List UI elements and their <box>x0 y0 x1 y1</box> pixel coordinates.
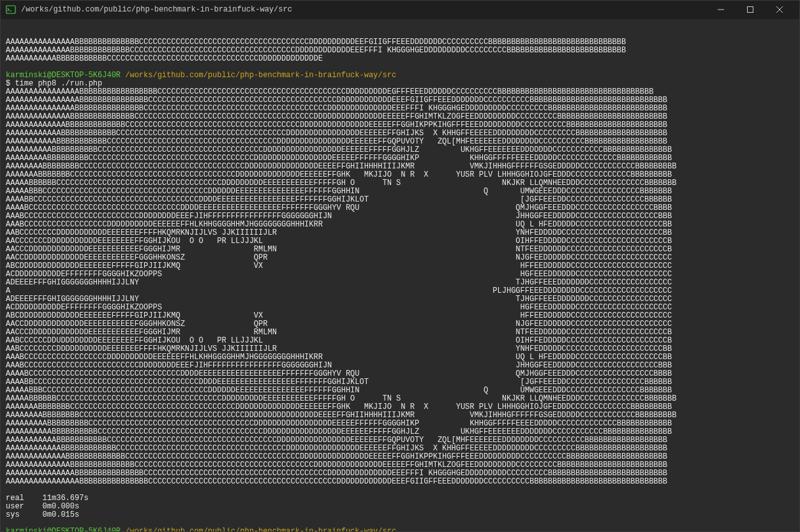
output-text: AAAABCCCCCCCCCCCCCCCCCCCCCCCCCCCCCCCCCDD… <box>6 369 672 378</box>
terminal-line: real 11m36.697s <box>6 494 794 503</box>
output-text: AAAAAAAABBBBBBBBCCCCCCCCCCCCCCCCCCCCCCCC… <box>6 411 676 420</box>
output-text: AAAAAAAAAABBBBBBBBBBCCCCCCCCCCCCCCCCCCCC… <box>6 145 672 154</box>
minimize-button[interactable] <box>706 1 736 19</box>
maximize-button[interactable] <box>736 1 765 19</box>
terminal-line: sys 0m0.015s <box>6 511 794 519</box>
output-text: AAAAABBBCCCCCCCCCCCCCCCCCCCCCCCCCCCCCCCC… <box>6 386 672 395</box>
window-controls <box>706 1 794 19</box>
output-text: AAAAAAAAAAAAAAABBBBBBBBBBBBBBBCCCCCCCCCC… <box>6 104 667 113</box>
prompt-user-host: karminski@DESKTOP-5K6J40R <box>6 527 121 531</box>
output-text: A PLJHGGFFEEEDDDDDDDDCCCCCCCCCCCCCCCCCCC… <box>6 286 672 295</box>
output-text: AAABCCCCCCCCCCCCCCCCCCDDDDDDDDDDEEEEEEFF… <box>6 220 672 229</box>
output-text: AAAAAAAAAAABBBBBBBBBBBCCCCCCCCCCCCCCCCCC… <box>6 137 667 146</box>
timing-sys-value: 0m0.015s <box>43 510 80 519</box>
output-text: AABCCCCCCCCDDDDDDDDDDDEEEEEEEFFFFHKQMRKN… <box>6 228 672 237</box>
output-text: AAAAAAAAAAABBBBBBBBBBBCCCCCCCCCCCCCCCCCC… <box>6 436 667 445</box>
prompt-path: /works/github.com/public/php-benchmark-i… <box>125 71 396 80</box>
output-text: AAABCCCCCCCCCCCCCCCCCCCCCCCCCDDDDDDDDEEE… <box>6 212 672 221</box>
output-text: AAAAAAAAAAAAABBBBBBBBBBBBBCCCCCCCCCCCCCC… <box>6 452 667 461</box>
output-text: AAAAABBBBBBCCCCCCCCCCCCCCCCCCCCCCCCCCCCC… <box>6 394 676 403</box>
output-text: AAAAAAAAABBBBBBBBBCCCCCCCCCCCCCCCCCCCCCC… <box>6 419 672 428</box>
timing-user-label: user <box>6 502 43 511</box>
terminal-line: AAAAAAAAAAAAAAAABBBBBBBBBBBBBBBCCCCCCCCC… <box>6 478 794 486</box>
terminal-icon <box>6 4 16 15</box>
prompt-user-host: karminski@DESKTOP-5K6J40R <box>6 71 121 80</box>
output-text: ACDDDDDDDDDDEFFFFFFFFGGGGHIKZOOPPS HGFEE… <box>6 303 672 312</box>
output-text: AACCDDDDDDDDDDDDDEEEEEEEEEEEFGGGHHKONSZ … <box>6 320 672 329</box>
output-text: AAAAAAAAAAAAAAAABBBBBBBBBBBBBBBBBCCCCCCC… <box>6 87 653 96</box>
output-text: ADEEEEFFFGHIGGGGGGGHHHHIJJLNY TJHGFFEEED… <box>6 278 672 287</box>
output-text: AAAAAAAAAAAAAAABBBBBBBBBBBBBBCCCCCCCCCCC… <box>6 38 626 47</box>
close-button[interactable] <box>765 1 794 19</box>
output-text: AAAAAAAAAAAABBBBBBBBBBBBCCCCCCCCCCCCCCCC… <box>6 444 667 453</box>
terminal-line: user 0m0.000s <box>6 503 794 511</box>
titlebar[interactable]: /works/github.com/public/php-benchmark-i… <box>1 1 799 19</box>
output-text: AACCCDDDDDDDDDDDDDEEEEEEEEEEEFGGGHIJMR R… <box>6 328 672 337</box>
output-text: AAAAAAAAAAAAAAABBBBBBBBBBBBBBBCCCCCCCCCC… <box>6 469 667 478</box>
terminal-line <box>6 486 794 494</box>
output-text: AAAAABBBBBBCCCCCCCCCCCCCCCCCCCCCCCCCCCCC… <box>6 179 676 188</box>
output-text: AABCCCCCCCCDDDDDDDDDDDEEEEEEEFFFFHKQMRKN… <box>6 344 672 353</box>
output-text: ABCDDDDDDDDDDDDDEEEEEEEFFFFFGIPJIIJKMQ V… <box>6 262 672 270</box>
output-text: AAAAAAABBBBBBBCCCCCCCCCCCCCCCCCCCCCCCCCC… <box>6 170 672 179</box>
output-text: AAAAAAABBBBBBBCCCCCCCCCCCCCCCCCCCCCCCCCC… <box>6 403 672 411</box>
svg-rect-3 <box>748 7 753 13</box>
terminal-line: AAAAAAAAAAABBBBBBBBBBBCCCCCCCCCCCCCCCCCC… <box>6 55 794 63</box>
output-text: AAAAAAAAAAAAAABBBBBBBBBBBBBBCCCCCCCCCCCC… <box>6 112 667 121</box>
output-text: AAAAAAAAAAAAABBBBBBBBBBBBBCCCCCCCCCCCCCC… <box>6 121 667 129</box>
output-text: AAAAAAAAAAABBBBBBBBBBBCCCCCCCCCCCCCCCCCC… <box>6 54 323 63</box>
window-title: /works/github.com/public/php-benchmark-i… <box>21 5 292 14</box>
output-text: AAAABBCCCCCCCCCCCCCCCCCCCCCCCCCCCCCCCCCC… <box>6 195 672 204</box>
terminal-body[interactable]: AAAAAAAAAAAAAAABBBBBBBBBBBBBBCCCCCCCCCCC… <box>1 19 799 531</box>
output-text: AACCCDDDDDDDDDDDDDEEEEEEEEEEEFGGGHIJMR R… <box>6 245 672 254</box>
output-text: AAAAABBBCCCCCCCCCCCCCCCCCCCCCCCCCCCCCCCC… <box>6 187 672 196</box>
output-text: AACCDDDDDDDDDDDDDEEEEEEEEEEEFGGGHHKONSZ … <box>6 253 672 262</box>
timing-sys-label: sys <box>6 510 43 519</box>
output-text: AAAAAAAAAAAABBBBBBBBBBBBCCCCCCCCCCCCCCCC… <box>6 129 667 138</box>
output-text: AACCCCCCCDDDDDDDDDDDEEEEEEEEFFGGHIJKOU O… <box>6 237 672 246</box>
prompt-path: /works/github.com/public/php-benchmark-i… <box>125 527 396 531</box>
svg-rect-0 <box>6 6 15 13</box>
output-text: AAABCCCCCCCCCCCCCCCCCCCCCCCCCDDDDDDDDEEE… <box>6 361 672 370</box>
output-text: AAAAAAAAAAAAAAAABBBBBBBBBBBBBBBCCCCCCCCC… <box>6 96 667 105</box>
output-text: AAAAAAAAAAAAAAAABBBBBBBBBBBBBBBCCCCCCCCC… <box>6 477 667 486</box>
terminal-line: karminski@DESKTOP-5K6J40R /works/github.… <box>6 71 794 80</box>
timing-real-value: 11m36.697s <box>43 494 89 503</box>
terminal-line: karminski@DESKTOP-5K6J40R /works/github.… <box>6 528 794 531</box>
terminal-window: /works/github.com/public/php-benchmark-i… <box>0 0 800 532</box>
timing-user-value: 0m0.000s <box>43 502 80 511</box>
output-text: AAAAAAAAAAAAAABBBBBBBBBBBBBBCCCCCCCCCCCC… <box>6 461 667 469</box>
output-text: ABCDDDDDDDDDDDDDEEEEEEEFFFFFGIPJIIJKMQ V… <box>6 311 672 320</box>
output-text: AAABCCCCCCCCCCCCCCCCCCDDDDDDDDDDEEEEEEFF… <box>6 353 672 362</box>
output-text: AAAAAAAAAAAAAABBBBBBBBBBBBBCCCCCCCCCCCCC… <box>6 46 626 55</box>
output-text: ACDDDDDDDDDDEFFFFFFFFGGGGHIKZOOPPS HGFEE… <box>6 270 672 279</box>
output-text: AAAAAAAABBBBBBBBCCCCCCCCCCCCCCCCCCCCCCCC… <box>6 162 676 171</box>
output-text: AAAABBCCCCCCCCCCCCCCCCCCCCCCCCCCCCCCCCCC… <box>6 378 672 387</box>
output-text: AABCCCCCCDDUDDDDDDDDEEEEEEEEFFGGHIJKOU O… <box>6 336 672 345</box>
command-text: time php8 ./run.php <box>15 79 102 88</box>
output-text: AAAAAAAAABBBBBBBBBCCCCCCCCCCCCCCCCCCCCCC… <box>6 154 672 163</box>
output-text: ADEEEEFFFGHIGGGGGGGHHHHIJJLNY TJHGFFEEED… <box>6 295 672 304</box>
timing-real-label: real <box>6 494 43 503</box>
output-text: AAAABCCCCCCCCCCCCCCCCCCCCCCCCCCCCCCCCCDD… <box>6 203 672 212</box>
prompt-symbol: $ <box>6 79 15 88</box>
output-text: AAAAAAAAAABBBBBBBBBBCCCCCCCCCCCCCCCCCCCC… <box>6 427 672 436</box>
